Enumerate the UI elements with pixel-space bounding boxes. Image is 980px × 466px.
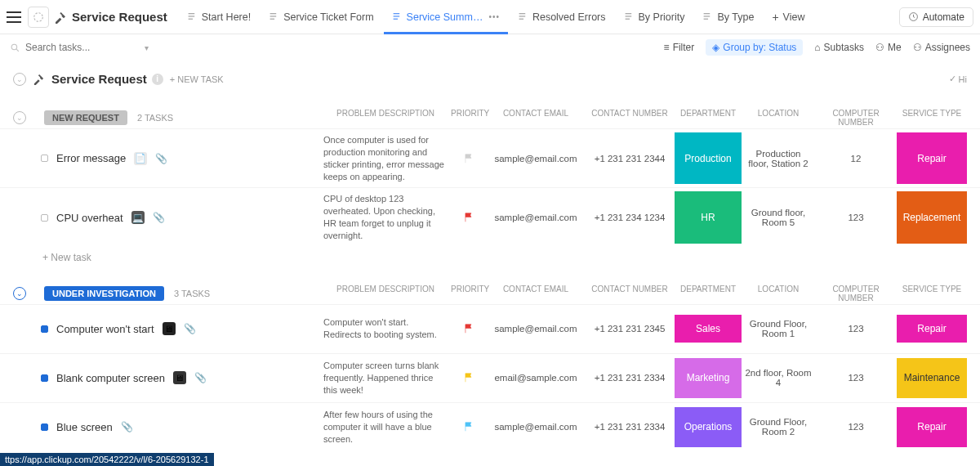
cell-number: +1 231 234 1234	[585, 191, 675, 243]
cell-computer: 123	[815, 358, 897, 398]
cell-number: +1 231 231 2334	[585, 358, 675, 398]
status-square[interactable]	[41, 374, 48, 382]
status-square[interactable]	[41, 325, 48, 333]
task-row[interactable]: Blank computer screen🖥📎Computer screen t…	[0, 353, 980, 402]
task-name: Error message	[56, 152, 126, 164]
assignees-button[interactable]: ⚇Assignees	[913, 42, 970, 53]
cell-department[interactable]: Production	[675, 132, 742, 184]
svg-rect-6	[270, 19, 274, 20]
cell-number: +1 231 231 2344	[585, 132, 675, 184]
menu-icon[interactable]	[7, 11, 21, 23]
cell-department[interactable]: Marketing	[675, 358, 742, 398]
svg-rect-10	[519, 13, 526, 14]
task-count: 2 TASKS	[137, 113, 173, 123]
cell-department[interactable]: Operations	[675, 407, 742, 447]
status-pill[interactable]: NEW REQUEST	[44, 110, 127, 125]
task-type-icon: 🖥	[173, 371, 186, 384]
svg-rect-5	[270, 16, 277, 16]
attachment-icon[interactable]: 📎	[155, 153, 167, 164]
cell-email: sample@email.com	[487, 191, 585, 243]
cell-department[interactable]: HR	[675, 191, 742, 243]
svg-rect-3	[188, 19, 192, 20]
cell-priority[interactable]	[451, 358, 487, 398]
tab-by-priority[interactable]: By Priority	[616, 0, 693, 34]
cell-priority[interactable]	[451, 315, 487, 343]
cell-location: Production floor, Station 2	[742, 132, 815, 184]
attachment-icon[interactable]: 📎	[121, 421, 133, 432]
svg-rect-8	[393, 16, 399, 16]
cell-service[interactable]: Maintenance	[897, 358, 967, 398]
cell-department[interactable]: Sales	[675, 315, 742, 343]
task-name: Blank computer screen	[56, 372, 165, 384]
group-collapse[interactable]: ⌄	[13, 111, 26, 124]
attachment-icon[interactable]: 📎	[153, 212, 165, 223]
task-type-icon: 🖥	[163, 322, 176, 335]
info-icon[interactable]: i	[152, 74, 163, 85]
new-task-link[interactable]: + NEW TASK	[170, 74, 224, 84]
tab-start-here-[interactable]: Start Here!	[179, 0, 259, 34]
task-row[interactable]: Error message📄📎Once computer is used for…	[0, 128, 980, 187]
cell-email: sample@email.com	[487, 315, 585, 343]
tab-view[interactable]: +View	[764, 0, 813, 34]
cell-number: +1 231 231 2334	[585, 407, 675, 447]
svg-rect-17	[704, 16, 710, 16]
svg-rect-15	[625, 19, 629, 20]
cell-description: CPU of desktop 123 overheated. Upon chec…	[320, 191, 451, 243]
attachment-icon[interactable]: 📎	[184, 323, 196, 334]
attachment-icon[interactable]: 📎	[194, 372, 207, 383]
tab-service-ticket-form[interactable]: Service Ticket Form	[261, 0, 381, 34]
cell-service[interactable]: Repair	[897, 315, 967, 343]
cell-description: Computer won't start. Redirects to booti…	[320, 315, 451, 343]
svg-point-20	[11, 44, 17, 50]
group-by-button[interactable]: ◈Group by: Status	[706, 39, 803, 56]
search-icon	[10, 43, 20, 53]
cell-service[interactable]: Repair	[897, 132, 967, 184]
loading-icon	[28, 7, 49, 28]
hide-toggle[interactable]: ✓ Hi	[949, 74, 967, 84]
svg-rect-14	[625, 16, 631, 16]
collapse-toggle[interactable]: ⌄	[13, 73, 26, 86]
tab-by-type[interactable]: By Type	[694, 0, 762, 34]
automate-button[interactable]: Automate	[899, 7, 973, 27]
search-input[interactable]	[25, 42, 140, 53]
group-collapse[interactable]: ⌄	[13, 287, 26, 300]
tab-service-summ-[interactable]: Service Summ…•••	[384, 0, 508, 34]
cell-service[interactable]: Replacement	[897, 191, 967, 243]
status-url: ttps://app.clickup.com/20542222/v/l/6-20…	[0, 453, 214, 466]
page-title: Service Request	[54, 10, 167, 24]
cell-email: sample@email.com	[487, 407, 585, 447]
cell-description: Computer screen turns blank frequently. …	[320, 358, 451, 398]
svg-rect-2	[188, 16, 194, 16]
status-square[interactable]	[41, 423, 48, 431]
list-title: Service Requesti	[51, 72, 163, 86]
svg-rect-16	[704, 13, 710, 14]
svg-rect-9	[393, 19, 397, 20]
status-square[interactable]	[41, 155, 48, 162]
cell-description: Once computer is used for production mon…	[320, 132, 451, 184]
status-pill[interactable]: UNDER INVESTIGATION	[44, 286, 164, 301]
me-button[interactable]: ⚇Me	[875, 42, 902, 53]
cell-location: Ground floor, Room 5	[742, 191, 815, 243]
task-row[interactable]: Blue screen📎After few hours of using the…	[0, 402, 980, 451]
cell-computer: 123	[815, 315, 897, 343]
cell-priority[interactable]	[451, 191, 487, 243]
hammer-icon	[54, 11, 67, 24]
cell-service[interactable]: Repair	[897, 407, 967, 447]
svg-rect-7	[393, 13, 399, 14]
cell-computer: 123	[815, 407, 897, 447]
filter-button[interactable]: ≡Filter	[664, 42, 695, 53]
svg-rect-11	[519, 16, 526, 16]
task-row[interactable]: Computer won't start🖥📎Computer won't sta…	[0, 304, 980, 353]
status-square[interactable]	[41, 214, 48, 222]
cell-number: +1 231 231 2345	[585, 315, 675, 343]
task-count: 3 TASKS	[174, 289, 210, 298]
tab-resolved-errors[interactable]: Resolved Errors	[510, 0, 614, 34]
task-type-icon: 📄	[134, 152, 147, 165]
cell-priority[interactable]	[451, 132, 487, 184]
task-row[interactable]: CPU overheat💻📎CPU of desktop 123 overhea…	[0, 187, 980, 246]
subtasks-button[interactable]: ⌂Subtasks	[814, 42, 864, 53]
chevron-down-icon[interactable]: ▾	[145, 43, 149, 52]
task-name: CPU overheat	[56, 212, 123, 224]
cell-priority[interactable]	[451, 407, 487, 447]
new-task-row[interactable]: + New task	[0, 247, 980, 268]
